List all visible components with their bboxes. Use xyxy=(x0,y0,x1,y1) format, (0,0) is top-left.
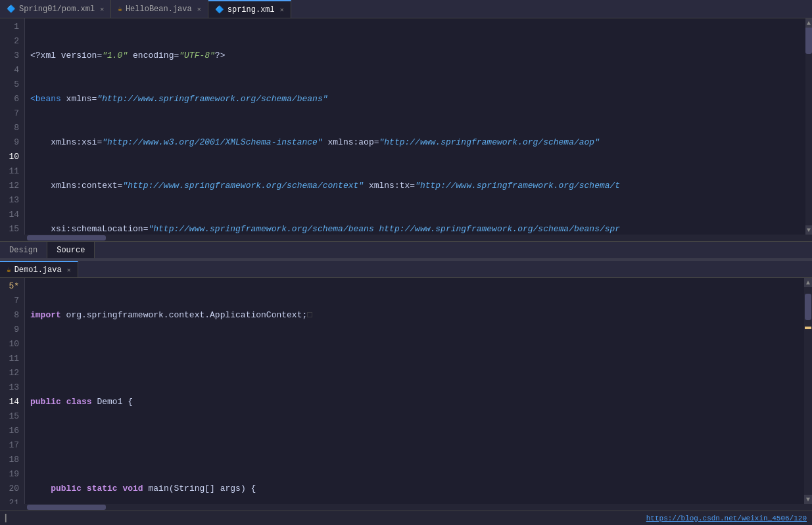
xml-scrollbar-v[interactable]: ▼ ▲ xyxy=(805,18,812,235)
xml-scrollbar-arrow-up[interactable]: ▲ xyxy=(805,18,812,28)
java-ln-11: 11 xyxy=(3,352,19,366)
tab-label-demo1: Demo1.java xyxy=(14,265,62,275)
java-code-scroll[interactable]: import org.springframework.context.Appli… xyxy=(25,278,804,504)
java-marker-yellow xyxy=(805,327,811,329)
xml-ln-4: 4 xyxy=(3,63,19,78)
java-ln-8: 8 xyxy=(3,308,19,323)
tab-close-hellobean[interactable]: ✕ xyxy=(197,5,201,13)
java-tab-bar: ☕ Demo1.java ✕ xyxy=(0,261,812,278)
java-code-content: import org.springframework.context.Appli… xyxy=(25,278,804,504)
xml-code-line-3: xmlns:xsi="http://www.w3.org/2001/XMLSch… xyxy=(25,135,805,150)
design-tab[interactable]: Design xyxy=(0,242,47,258)
xml-line-numbers: 1 2 3 4 5 6 7 8 9 10 11 12 13 14 15 xyxy=(0,18,25,235)
xml-code-line-4: xmlns:context="http://www.springframewor… xyxy=(25,179,805,193)
xml-ln-11: 11 xyxy=(3,164,19,179)
java-scrollbar-thumb[interactable] xyxy=(805,294,811,320)
java-ln-10: 10 xyxy=(3,337,19,352)
tab-label-hellobean: HelloBean.java xyxy=(126,5,192,14)
tab-hellobean-java[interactable]: ☕ HelloBean.java ✕ xyxy=(111,0,208,18)
xml-bottom-tabs: Design Source xyxy=(0,241,812,258)
java-ln-5: 5* xyxy=(3,279,19,294)
java-line-numbers: 5* 7 8 9 10 11 12 13 14 15 16 17 18 19 2… xyxy=(0,278,25,504)
tab-spring-xml[interactable]: 🔷 spring.xml ✕ xyxy=(208,0,291,18)
java-ln-17: 17 xyxy=(3,438,19,453)
java-ln-20: 20 xyxy=(3,482,19,496)
java-icon: ☕ xyxy=(118,5,122,13)
xml-ln-3: 3 xyxy=(3,49,19,63)
java-scrollbar-thumb-h[interactable] xyxy=(27,505,106,510)
panels-container: 1 2 3 4 5 6 7 8 9 10 11 12 13 14 15 <?xm… xyxy=(0,18,812,525)
java-ln-18: 18 xyxy=(3,453,19,467)
xml-scrollbar-h[interactable] xyxy=(0,235,812,241)
java-ln-13: 13 xyxy=(3,380,19,395)
xml-ln-9: 9 xyxy=(3,135,19,150)
java-editor-section: ☕ Demo1.java ✕ 5* 7 8 9 10 11 12 13 14 1… xyxy=(0,261,812,525)
tab-label-spring: spring.xml xyxy=(227,5,275,14)
java-scrollbar-arrow-down[interactable]: ▼ xyxy=(804,495,812,504)
tab-pom-xml[interactable]: 🔷 Spring01/pom.xml ✕ xyxy=(0,0,111,18)
java-code-line-8: public class Demo1 { xyxy=(25,395,804,409)
cursor-indicator: ▎ xyxy=(5,514,10,522)
java-ln-16: 16 xyxy=(3,424,19,438)
xml-ln-15: 15 xyxy=(3,222,19,235)
java-right-panel: ▲ ▼ xyxy=(804,278,812,504)
java-ln-14: 14 xyxy=(3,395,19,409)
cursor-text: ▎ xyxy=(5,514,10,522)
xml-ln-6: 6 xyxy=(3,92,19,106)
xml-code-content: <?xml version="1.0" encoding="UTF-8"?> <… xyxy=(25,18,805,235)
xml-ln-13: 13 xyxy=(3,193,19,208)
tab-close-demo1[interactable]: ✕ xyxy=(67,266,71,274)
java-code-line-7 xyxy=(25,352,804,366)
xml-code-scroll[interactable]: <?xml version="1.0" encoding="UTF-8"?> <… xyxy=(25,18,805,235)
java-file-icon: ☕ xyxy=(7,265,11,274)
xml-code-line-1: <?xml version="1.0" encoding="UTF-8"?> xyxy=(25,49,805,63)
java-ln-12: 12 xyxy=(3,366,19,380)
java-scrollbar-track xyxy=(804,287,812,495)
xml-ln-12: 12 xyxy=(3,179,19,193)
tab-demo1-java[interactable]: ☕ Demo1.java ✕ xyxy=(0,261,78,277)
tab-close-pom[interactable]: ✕ xyxy=(100,5,104,13)
tab-label-pom: Spring01/pom.xml xyxy=(19,5,95,14)
xml-icon: 🔷 xyxy=(7,5,16,13)
tab-close-spring[interactable]: ✕ xyxy=(280,6,284,14)
status-url: https://blog.csdn.net/weixin_4506/120 xyxy=(646,514,807,522)
xml-ln-10: 10 xyxy=(3,150,19,164)
java-ln-7: 7 xyxy=(3,294,19,308)
java-scrollbar-h[interactable] xyxy=(0,504,812,511)
xml-icon-active: 🔷 xyxy=(215,5,224,14)
xml-editor-section: 1 2 3 4 5 6 7 8 9 10 11 12 13 14 15 <?xm… xyxy=(0,18,812,258)
top-tab-bar: 🔷 Spring01/pom.xml ✕ ☕ HelloBean.java ✕ … xyxy=(0,0,812,18)
java-code-line-5: import org.springframework.context.Appli… xyxy=(25,308,804,323)
xml-ln-7: 7 xyxy=(3,106,19,121)
xml-ln-14: 14 xyxy=(3,208,19,222)
xml-scrollbar-thumb-h[interactable] xyxy=(27,235,106,240)
java-code-line-9 xyxy=(25,438,804,453)
java-ln-9: 9 xyxy=(3,323,19,337)
java-ln-15: 15 xyxy=(3,409,19,424)
xml-ln-2: 2 xyxy=(3,34,19,49)
xml-code-area: 1 2 3 4 5 6 7 8 9 10 11 12 13 14 15 <?xm… xyxy=(0,18,812,235)
xml-ln-5: 5 xyxy=(3,78,19,92)
java-code-area: 5* 7 8 9 10 11 12 13 14 15 16 17 18 19 2… xyxy=(0,278,812,504)
xml-code-line-5: xsi:schemaLocation="http://www.springfra… xyxy=(25,222,805,235)
java-ln-21: 21 xyxy=(3,496,19,504)
java-status-bar: ▎ https://blog.csdn.net/weixin_4506/120 xyxy=(0,511,812,525)
xml-code-line-2: <beans xmlns="http://www.springframework… xyxy=(25,92,805,106)
java-code-line-10: public static void main(String[] args) { xyxy=(25,482,804,496)
xml-scrollbar-arrow-down[interactable]: ▼ xyxy=(805,225,812,235)
xml-ln-1: 1 xyxy=(3,20,19,34)
java-scrollbar-arrow-up[interactable]: ▲ xyxy=(804,278,812,287)
java-ln-19: 19 xyxy=(3,467,19,482)
xml-ln-8: 8 xyxy=(3,121,19,135)
source-tab[interactable]: Source xyxy=(47,242,95,258)
